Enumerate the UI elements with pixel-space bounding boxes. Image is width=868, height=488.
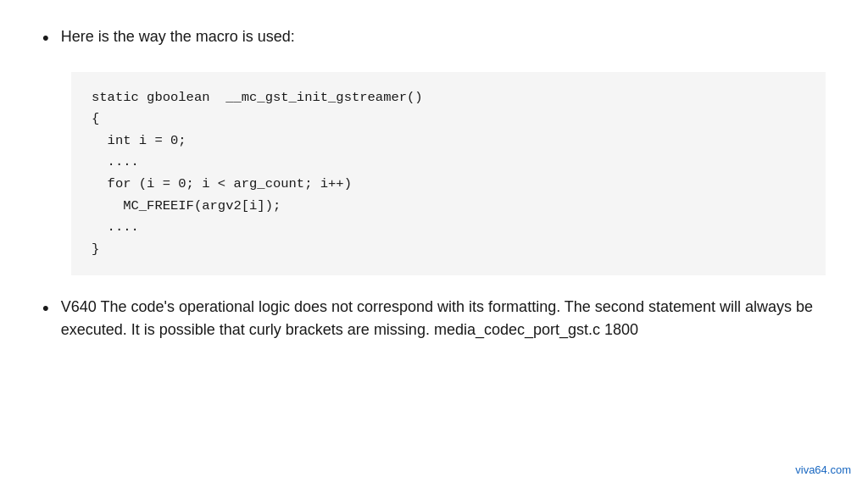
branding-label: viva64.com xyxy=(795,463,851,476)
intro-bullet-item: • Here is the way the macro is used: xyxy=(42,25,826,52)
code-block: static gboolean __mc_gst_init_gstreamer(… xyxy=(71,72,826,276)
warning-text: V640 The code's operational logic does n… xyxy=(61,296,826,341)
warning-bullet-item: • V640 The code's operational logic does… xyxy=(42,296,826,341)
bullet-point-2: • xyxy=(42,296,49,322)
main-content: • Here is the way the macro is used: sta… xyxy=(0,0,868,367)
intro-text: Here is the way the macro is used: xyxy=(61,25,295,48)
bullet-point-1: • xyxy=(42,25,49,52)
